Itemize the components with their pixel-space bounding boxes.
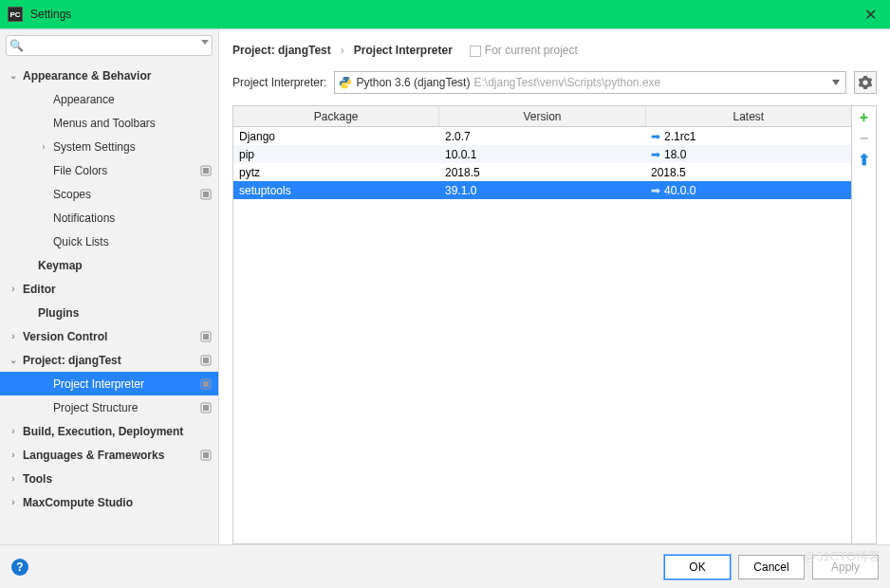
cell-package: pip	[233, 148, 439, 161]
sidebar-item-label: Editor	[23, 283, 218, 296]
sidebar-item-label: Quick Lists	[53, 235, 218, 248]
sidebar-item-file-colors[interactable]: File Colors	[0, 158, 218, 182]
ok-button[interactable]: OK	[664, 555, 731, 579]
sidebar-item-label: Appearance & Behavior	[23, 69, 218, 83]
sidebar-item-build-execution-deployment[interactable]: ›Build, Execution, Deployment	[0, 419, 218, 443]
cell-latest: ➡ 40.0.0	[645, 184, 851, 197]
sidebar-item-menus-and-toolbars[interactable]: Menus and Toolbars	[0, 111, 218, 135]
cell-package: Django	[233, 130, 439, 143]
settings-panel: Project: djangTest › Project Interpreter…	[219, 29, 890, 544]
sidebar-item-keymap[interactable]: Keymap	[0, 253, 218, 277]
cell-latest: ➡ 18.0	[645, 148, 851, 161]
project-scope-icon	[199, 354, 213, 367]
search-history-icon[interactable]	[201, 40, 209, 45]
sidebar-item-project-interpreter[interactable]: Project Interpreter	[0, 372, 218, 395]
window-title: Settings	[30, 8, 71, 21]
project-scope-icon	[199, 164, 213, 177]
col-latest[interactable]: Latest	[646, 106, 851, 126]
sidebar-item-label: Project: djangTest	[23, 354, 199, 367]
interpreter-row: Project Interpreter: Python 3.6 (djangTe…	[232, 71, 877, 94]
upgrade-arrow-icon: ➡	[651, 130, 660, 143]
sidebar-item-notifications[interactable]: Notifications	[0, 206, 218, 230]
table-header: Package Version Latest	[233, 106, 851, 127]
table-row[interactable]: pip10.0.1➡ 18.0	[233, 145, 851, 163]
svg-rect-7	[203, 358, 209, 363]
upgrade-arrow-icon: ➡	[651, 184, 660, 197]
table-row[interactable]: setuptools39.1.0➡ 40.0.0	[233, 181, 851, 199]
dialog-footer: ? OK Cancel Apply	[0, 544, 890, 588]
table-row[interactable]: pytz2018.52018.5	[233, 163, 851, 181]
remove-package-button[interactable]: −	[856, 130, 873, 147]
help-button[interactable]: ?	[11, 559, 28, 576]
interpreter-settings-button[interactable]	[854, 71, 877, 94]
close-icon[interactable]: ✕	[859, 6, 882, 24]
sidebar-item-tools[interactable]: ›Tools	[0, 467, 218, 490]
breadcrumb-root: Project: djangTest	[232, 44, 331, 57]
chevron-right-icon: ›	[8, 497, 19, 507]
chevron-right-icon: ›	[8, 450, 19, 460]
upgrade-package-button[interactable]: ⬆	[856, 151, 873, 168]
sidebar-item-project-djangtest[interactable]: ⌄Project: djangTest	[0, 348, 218, 372]
svg-rect-11	[203, 405, 209, 411]
add-package-button[interactable]: +	[856, 109, 873, 126]
cancel-button[interactable]: Cancel	[738, 555, 805, 579]
sidebar-item-project-structure[interactable]: Project Structure	[0, 395, 218, 419]
sidebar-item-label: File Colors	[53, 164, 199, 177]
cell-version: 39.1.0	[439, 184, 645, 197]
python-icon	[339, 76, 352, 89]
sidebar-item-scopes[interactable]: Scopes	[0, 182, 218, 206]
cell-latest: ➡ 2.1rc1	[645, 130, 851, 143]
sidebar-item-label: System Settings	[53, 140, 218, 154]
apply-button[interactable]: Apply	[812, 555, 879, 579]
settings-tree[interactable]: ⌄Appearance & BehaviorAppearanceMenus an…	[0, 60, 218, 544]
sidebar-item-quick-lists[interactable]: Quick Lists	[0, 230, 218, 253]
sidebar-item-system-settings[interactable]: ›System Settings	[0, 135, 218, 158]
sidebar-item-label: Project Interpreter	[53, 377, 199, 391]
chevron-right-icon: ›	[8, 331, 19, 341]
project-scope-icon	[470, 46, 481, 57]
cell-package: pytz	[233, 166, 439, 179]
sidebar-item-label: Keymap	[38, 259, 218, 272]
sidebar-item-version-control[interactable]: ›Version Control	[0, 324, 218, 348]
package-actions: + − ⬆	[851, 106, 876, 543]
breadcrumb: Project: djangTest › Project Interpreter…	[232, 39, 877, 62]
project-scope-icon	[199, 377, 213, 391]
col-version[interactable]: Version	[439, 106, 645, 126]
search-input[interactable]	[6, 35, 213, 56]
project-scope-icon	[199, 188, 213, 201]
settings-sidebar: 🔍 ⌄Appearance & BehaviorAppearanceMenus …	[0, 29, 219, 544]
chevron-down-icon	[832, 80, 840, 85]
interpreter-label: Project Interpreter:	[232, 76, 326, 89]
chevron-right-icon: ›	[38, 141, 49, 152]
title-bar: PC Settings ✕	[0, 0, 890, 28]
svg-rect-3	[203, 192, 209, 197]
sidebar-item-maxcompute-studio[interactable]: ›MaxCompute Studio	[0, 490, 218, 514]
col-package[interactable]: Package	[233, 106, 439, 126]
sidebar-item-appearance[interactable]: Appearance	[0, 87, 218, 111]
scope-tag: For current project	[470, 44, 578, 57]
sidebar-item-label: Build, Execution, Deployment	[23, 425, 218, 438]
sidebar-item-label: MaxCompute Studio	[23, 496, 218, 509]
sidebar-item-languages-frameworks[interactable]: ›Languages & Frameworks	[0, 443, 218, 467]
search-wrapper: 🔍	[6, 35, 213, 56]
sidebar-item-editor[interactable]: ›Editor	[0, 277, 218, 301]
chevron-down-icon: ⌄	[8, 355, 19, 365]
chevron-right-icon: ›	[8, 473, 19, 484]
sidebar-item-label: Version Control	[23, 330, 199, 343]
upgrade-arrow-icon: ➡	[651, 148, 660, 161]
chevron-right-icon: ›	[8, 426, 19, 436]
sidebar-item-plugins[interactable]: Plugins	[0, 301, 218, 324]
project-scope-icon	[199, 401, 213, 414]
sidebar-item-appearance-behavior[interactable]: ⌄Appearance & Behavior	[0, 64, 218, 87]
search-icon: 🔍	[9, 39, 24, 52]
chevron-right-icon: ›	[8, 284, 19, 294]
interpreter-select[interactable]: Python 3.6 (djangTest) E:\djangTest\venv…	[334, 71, 846, 94]
svg-rect-9	[203, 381, 209, 387]
sidebar-item-label: Languages & Frameworks	[23, 449, 199, 462]
table-body: Django2.0.7➡ 2.1rc1pip10.0.1➡ 18.0pytz20…	[233, 127, 851, 199]
cell-version: 2.0.7	[439, 130, 645, 143]
sidebar-item-label: Tools	[23, 472, 218, 486]
interpreter-path: E:\djangTest\venv\Scripts\python.exe	[473, 76, 660, 89]
app-icon: PC	[8, 7, 23, 22]
table-row[interactable]: Django2.0.7➡ 2.1rc1	[233, 127, 851, 145]
